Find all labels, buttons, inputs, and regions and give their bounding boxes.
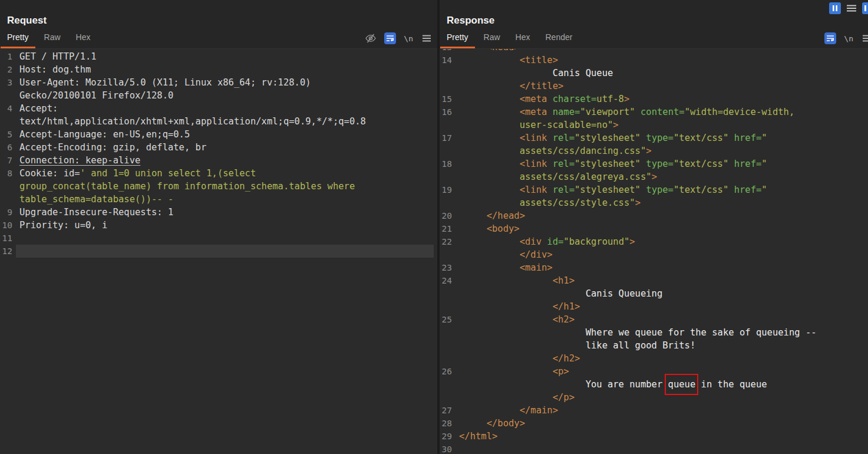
line-number <box>440 326 456 339</box>
code-line: table_schema=database())-- - <box>16 193 434 206</box>
clipped-toolbar-icon[interactable] <box>862 2 868 14</box>
line-number: 22 <box>440 235 456 248</box>
code-row: </h1> <box>440 300 868 313</box>
red-highlight-box: queue <box>668 379 696 390</box>
code-segment: "background" <box>563 236 629 247</box>
code-segment: table_schema=database())-- - <box>19 194 173 205</box>
code-line: user-scalable=no"> <box>456 119 864 131</box>
code-segment: > <box>613 120 618 130</box>
code-segment: assets/css/alegreya.css" <box>459 172 652 182</box>
request-editor[interactable]: 1GET / HTTP/1.12Host: dog.thm3User-Agent… <box>0 49 437 454</box>
code-segment: " <box>761 159 767 169</box>
line-number: 15 <box>440 93 456 106</box>
code-segment: <p> <box>459 366 569 377</box>
code-row: 21 <body> <box>440 222 868 235</box>
code-line: Accept-Language: en-US,en;q=0.5 <box>16 128 434 141</box>
code-segment: </html> <box>459 431 497 442</box>
code-line: <main> <box>456 261 864 274</box>
request-title: Request <box>7 15 47 27</box>
line-number: 29 <box>440 430 456 443</box>
code-line: Host: dog.thm <box>16 63 434 76</box>
request-tab-raw[interactable]: Raw <box>38 31 67 48</box>
hide-eye-icon[interactable] <box>365 32 377 44</box>
code-row: assets/css/dancing.css"> <box>440 144 868 157</box>
word-wrap-icon[interactable] <box>824 32 836 44</box>
line-number <box>440 391 456 404</box>
code-line <box>16 245 434 258</box>
code-segment: Connection: keep-alive <box>19 155 140 166</box>
code-row: 16 <meta name="viewport" content="width=… <box>440 106 868 119</box>
code-row: 26 <p> <box>440 365 868 378</box>
code-row: 3User-Agent: Mozilla/5.0 (X11; Linux x86… <box>0 76 437 89</box>
line-number: 14 <box>440 54 456 67</box>
code-segment: <meta <box>459 94 553 104</box>
code-line: Priority: u=0, i <box>16 219 434 232</box>
response-tab-render[interactable]: Render <box>539 31 579 48</box>
code-line <box>16 232 434 245</box>
line-number <box>440 300 456 313</box>
line-number <box>440 196 456 209</box>
line-number <box>440 170 456 183</box>
code-segment: <meta <box>459 107 553 117</box>
code-line: like all good Brits! <box>456 339 864 352</box>
word-wrap-icon[interactable] <box>384 32 396 44</box>
code-line: Canis Queueing <box>456 287 864 300</box>
code-segment: "stylesheet" <box>575 159 641 169</box>
request-tab-pretty[interactable]: Pretty <box>1 31 35 48</box>
response-editor[interactable]: 13 <head>14 <title> Canis Queue </title>… <box>440 49 868 454</box>
line-number <box>440 248 456 261</box>
code-segment: "stylesheet" <box>575 185 641 195</box>
line-number <box>0 115 16 128</box>
code-segment: text/html,application/xhtml+xml,applicat… <box>19 116 366 127</box>
window-controls <box>829 2 868 14</box>
response-toolbar: \n <box>824 32 868 44</box>
menu-icon[interactable] <box>861 32 868 44</box>
request-tabs: PrettyRawHex <box>1 31 97 48</box>
code-row: 17 <link rel="stylesheet" type="text/css… <box>440 131 868 144</box>
code-segment: "width=device-width, <box>685 107 795 117</box>
code-line: Accept-Encoding: gzip, deflate, br <box>16 141 434 154</box>
request-panel: Request PrettyRawHex <box>0 0 437 454</box>
code-segment: Canis Queueing <box>459 288 662 299</box>
code-line: <body> <box>456 222 864 235</box>
code-row: 25 <h2> <box>440 313 868 326</box>
line-number: 21 <box>440 222 456 235</box>
code-segment: Upgrade-Insecure-Requests: 1 <box>19 207 173 218</box>
code-row: 23 <main> <box>440 261 868 274</box>
code-segment: user-scalable=no" <box>459 120 613 130</box>
request-tab-hex[interactable]: Hex <box>70 31 97 48</box>
code-line: <meta name="viewport" content="width=dev… <box>456 106 864 119</box>
code-row: 19 <link rel="stylesheet" type="text/css… <box>440 183 868 196</box>
code-segment: rel= <box>553 159 575 169</box>
line-number: 24 <box>440 274 456 287</box>
response-tab-hex[interactable]: Hex <box>509 31 537 48</box>
newline-toggle[interactable]: \n <box>844 34 853 43</box>
code-row: You are number queue in the queue <box>440 378 868 391</box>
line-number: 12 <box>0 245 16 258</box>
response-tab-pretty[interactable]: Pretty <box>440 31 475 48</box>
code-segment: > <box>624 94 629 104</box>
intercept-pause-icon[interactable] <box>829 2 841 14</box>
code-line: </head> <box>456 209 864 222</box>
line-number <box>0 180 16 193</box>
code-segment: type= <box>646 159 674 169</box>
code-row: Canis Queueing <box>440 287 868 300</box>
code-row: 15 <meta charset=utf-8> <box>440 93 868 106</box>
layout-menu-icon[interactable] <box>846 2 857 14</box>
code-segment <box>641 185 646 195</box>
code-line: group_concat(table_name) from informatio… <box>16 180 434 193</box>
code-segment: User-Agent: Mozilla/5.0 (X11; Linux x86_… <box>19 77 311 88</box>
response-tab-raw[interactable]: Raw <box>477 31 507 48</box>
newline-toggle[interactable]: \n <box>404 34 413 43</box>
request-header: Request PrettyRawHex <box>0 0 437 49</box>
code-segment: utf-8 <box>596 94 624 104</box>
response-header: Response PrettyRawHexRender \n <box>440 0 868 49</box>
code-segment <box>728 159 734 169</box>
line-number: 26 <box>440 365 456 378</box>
code-segment: type= <box>646 133 674 143</box>
code-line: </body> <box>456 417 864 430</box>
line-number: 1 <box>0 50 16 63</box>
menu-icon[interactable] <box>421 32 433 44</box>
code-segment: <link <box>459 185 553 195</box>
code-line: <title> <box>456 54 864 67</box>
